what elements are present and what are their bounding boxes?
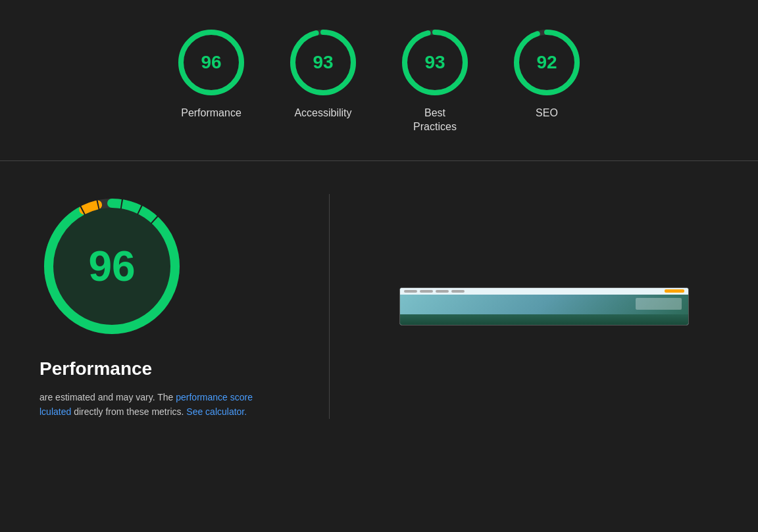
large-score-value: 96 bbox=[88, 242, 135, 291]
screenshot-preview bbox=[399, 287, 689, 326]
performance-score-link[interactable]: performance score bbox=[176, 392, 253, 402]
score-value-accessibility: 93 bbox=[313, 52, 333, 73]
left-panel: 96 Performance are estimated and may var… bbox=[39, 194, 290, 420]
nav-item-4 bbox=[451, 290, 465, 293]
large-score-circle: 96 bbox=[39, 194, 184, 339]
right-panel bbox=[369, 194, 719, 420]
score-item-seo: 92 SEO bbox=[511, 26, 583, 120]
scores-overview: 96 Performance 93 Accessibility 93 BestP… bbox=[0, 0, 758, 154]
score-value-performance: 96 bbox=[201, 52, 221, 73]
score-circle-accessibility: 93 bbox=[287, 26, 359, 99]
vertical-divider bbox=[329, 194, 330, 420]
lculated-link[interactable]: lculated bbox=[39, 406, 71, 417]
score-value-seo: 92 bbox=[536, 52, 557, 73]
nav-item-2 bbox=[420, 290, 433, 293]
performance-title: Performance bbox=[39, 358, 152, 379]
score-label-best-practices: BestPractices bbox=[413, 107, 457, 134]
desc-text-middle2: directly from these metrics. bbox=[71, 406, 186, 417]
score-label-seo: SEO bbox=[536, 107, 558, 120]
score-item-best-practices: 93 BestPractices bbox=[399, 26, 471, 134]
score-item-accessibility: 93 Accessibility bbox=[287, 26, 359, 120]
score-circle-best-practices: 93 bbox=[399, 26, 471, 99]
screenshot-inner bbox=[400, 288, 688, 325]
score-value-best-practices: 93 bbox=[424, 52, 445, 73]
description-text: are estimated and may vary. The performa… bbox=[39, 390, 253, 420]
nav-item-3 bbox=[436, 290, 449, 293]
score-circle-seo: 92 bbox=[511, 26, 583, 99]
screenshot-hero bbox=[400, 295, 688, 314]
nav-item-1 bbox=[404, 290, 417, 293]
screenshot-cta-button bbox=[665, 289, 684, 293]
desc-text-before: are estimated and may vary. The bbox=[39, 392, 176, 402]
screenshot-top-bar bbox=[400, 288, 688, 295]
score-label-performance: Performance bbox=[181, 107, 241, 120]
screenshot-hero-text bbox=[636, 298, 682, 310]
calculator-link[interactable]: See calculator. bbox=[186, 406, 247, 417]
detail-section: 96 Performance are estimated and may var… bbox=[0, 168, 758, 446]
section-divider bbox=[0, 160, 758, 161]
score-circle-performance: 96 bbox=[175, 26, 247, 99]
score-item-performance: 96 Performance bbox=[175, 26, 247, 120]
score-label-accessibility: Accessibility bbox=[294, 107, 351, 120]
